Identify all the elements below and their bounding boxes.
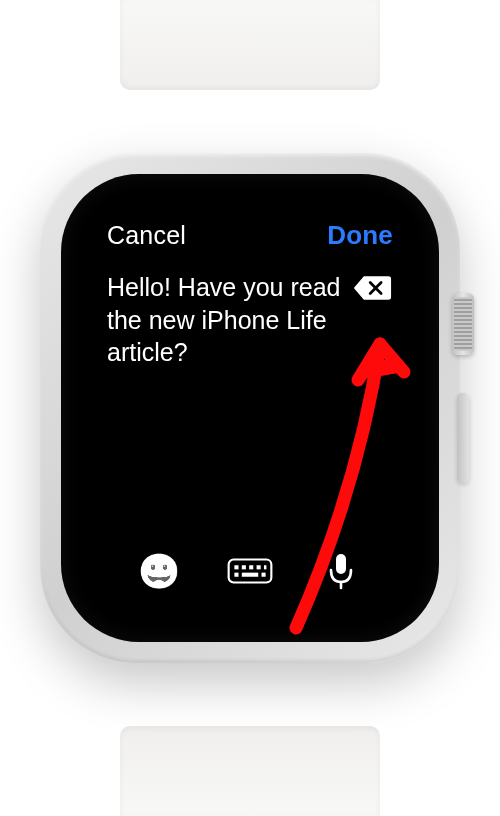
watch-band-top <box>120 0 380 90</box>
svg-rect-8 <box>261 573 265 577</box>
svg-rect-4 <box>257 565 261 569</box>
svg-rect-0 <box>229 560 272 583</box>
screen-bezel: Cancel Done Hello! Have you read the new… <box>61 174 439 642</box>
input-toolbar: 😀 <box>107 548 393 600</box>
keyboard-icon <box>227 553 273 589</box>
backspace-button[interactable] <box>351 273 393 303</box>
watch-case: Cancel Done Hello! Have you read the new… <box>40 153 460 663</box>
done-button[interactable]: Done <box>327 220 393 251</box>
message-row: Hello! Have you read the new iPhone Life… <box>107 271 393 369</box>
svg-rect-2 <box>242 565 246 569</box>
dictate-button[interactable] <box>318 548 364 594</box>
svg-rect-1 <box>234 565 238 569</box>
keyboard-button[interactable] <box>227 548 273 594</box>
mic-icon <box>327 552 355 590</box>
emoji-icon: 😀 <box>138 554 180 588</box>
emoji-button[interactable]: 😀 <box>136 548 182 594</box>
svg-rect-5 <box>264 565 266 569</box>
svg-rect-6 <box>234 573 238 577</box>
watch-band-bottom <box>120 726 380 816</box>
cancel-button[interactable]: Cancel <box>107 221 186 250</box>
side-button[interactable] <box>457 393 469 483</box>
digital-crown[interactable] <box>452 293 474 355</box>
svg-rect-7 <box>242 573 258 577</box>
message-textarea[interactable]: Hello! Have you read the new iPhone Life… <box>107 271 343 369</box>
header-bar: Cancel Done <box>107 220 393 251</box>
svg-rect-9 <box>336 554 346 574</box>
watch-screen: Cancel Done Hello! Have you read the new… <box>85 198 415 618</box>
backspace-icon <box>352 274 392 302</box>
svg-rect-3 <box>249 565 253 569</box>
